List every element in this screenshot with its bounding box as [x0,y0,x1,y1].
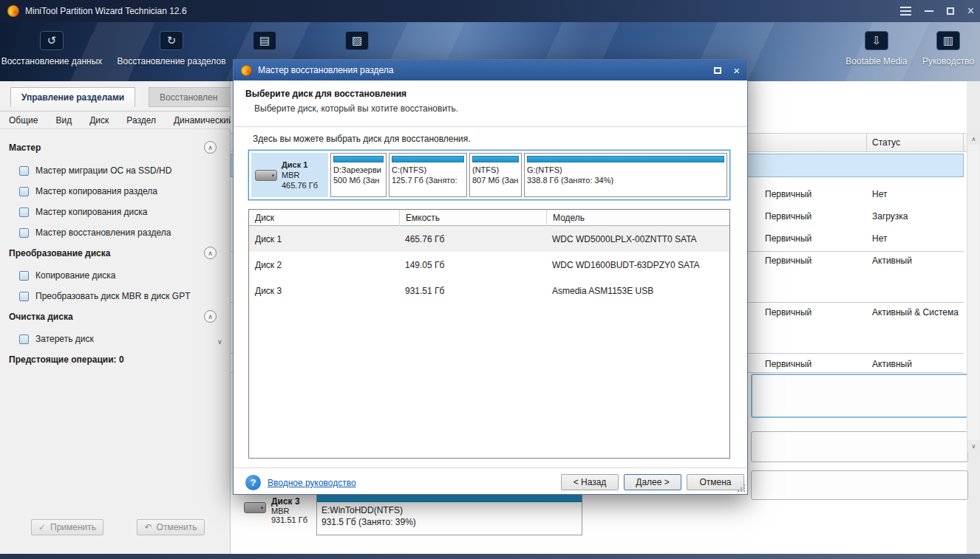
disk1-strip[interactable]: Диск 1 MBR 465.76 Гб D:Зарезерви 500 Мб … [248,150,730,200]
copy-partition-icon [19,187,29,196]
section-wipe-disk: Очистка диска [0,309,219,324]
dialog-header: Выберите диск для восстановления Выберит… [234,80,747,127]
partition-usage-bar [392,156,464,162]
migrate-os-icon [19,166,29,176]
menu-partition[interactable]: Раздел [118,115,165,126]
disk1-size: 465.76 Гб [282,180,318,191]
partition-d[interactable]: D:Зарезерви 500 Мб (Зан [330,153,387,197]
back-button[interactable]: < Назад [561,474,619,490]
menu-icon[interactable] [900,4,911,18]
cancel-button[interactable]: Отмена [687,474,744,490]
sidebar-item-wipe-disk[interactable]: Затереть диск [0,329,219,349]
column-disk[interactable]: Диск [249,210,399,226]
sidebar-item-migrate-os[interactable]: Мастер миграции ОС на SSD/HD [0,161,219,180]
window-title: MiniTool Partition Wizard Technician 12.… [25,6,187,16]
partition-box[interactable] [751,470,968,500]
dialog-instruction: Здесь вы можете выбрать диск для восстан… [253,134,471,144]
scroll-up-icon[interactable]: ∧ [967,133,980,145]
help-icon[interactable]: ? [245,475,261,490]
partition-type: Первичный [765,359,811,369]
partition-usage-bar [333,156,384,162]
disk-table-header: Диск Емкость Модель [249,210,729,226]
dialog-close-icon[interactable]: × [733,65,740,76]
guide-book-icon: ▥ [936,31,960,50]
toolbar-item-guide[interactable]: ▥ Руководство [893,31,980,66]
apply-button[interactable]: ✓ Применить [31,519,103,535]
partition-status: Активный [872,256,912,266]
menu-disk[interactable]: Диск [81,115,118,126]
partition-box[interactable] [751,431,968,462]
partition-c[interactable]: C:(NTFS) 125.7 Гб (Занято: [389,153,467,197]
partition-type: Первичный [765,307,811,318]
data-recovery-icon: ↺ [40,31,64,50]
scroll-down-icon[interactable]: ∨ [967,440,980,452]
partition-ntfs[interactable]: (NTFS) 807 Мб (Зан [469,153,522,197]
bootable-media-icon: ⇩ [865,31,888,50]
table-row-disk1[interactable]: Диск 1 465.76 Гб WDC WD5000LPLX-00ZNTT0 … [249,226,729,252]
dialog-heading: Выберите диск для восстановления [245,89,406,99]
partition-type: Первичный [765,189,811,199]
partition-status: Нет [872,233,887,244]
disk-table: Диск Емкость Модель Диск 1 465.76 Гб WDC… [248,209,730,459]
sidebar-item-copy-partition-wizard[interactable]: Мастер копирования раздела [0,182,219,201]
resize-grip[interactable] [737,484,746,493]
toolbar-item-data-recovery[interactable]: ↺ Восстановление данных [0,31,107,66]
check-icon: ✓ [38,522,46,532]
pending-operations-label: Предстоящие операции: 0 [9,354,124,365]
intro-guide-link[interactable]: Вводное руководство [268,478,356,488]
table-row-disk3[interactable]: Диск 3 931.51 Гб Asmedia ASM1153E USB [249,278,729,303]
partition-type: Первичный [765,233,811,244]
dialog-subheading: Выберите диск, который вы хотите восстан… [254,103,458,114]
left-panel: Управление разделами Восстановлен Общие … [0,81,231,559]
status-column-header: Статус [872,137,900,148]
undo-button[interactable]: ↶ Отменить [137,519,205,535]
sidebar-item-copy-disk-wizard[interactable]: Мастер копирования диска [0,202,219,222]
vertical-scrollbar[interactable]: ∧ ∨ [967,133,979,452]
dialog-maximize-icon[interactable] [714,67,721,74]
collapse-wizard-icon[interactable]: ∧ [204,141,217,154]
disk1-label-block[interactable]: Диск 1 MBR 465.76 Гб [251,153,328,197]
collapse-convert-icon[interactable]: ∧ [204,247,217,259]
disk3-name: Диск 3 [271,496,307,507]
close-icon[interactable]: × [967,5,974,17]
next-button[interactable]: Далее > [624,474,681,490]
toolbar-item-hidden-2[interactable]: ▨ [302,31,412,50]
partition-g[interactable]: G:(NTFS) 338.8 Гб (Занято: 34%) [524,153,727,197]
sidebar-item-copy-disk[interactable]: Копирование диска [0,266,219,285]
app-window: MiniTool Partition Wizard Technician 12.… [0,0,980,559]
column-model[interactable]: Модель [546,210,729,226]
collapse-wipe-icon[interactable]: ∧ [204,310,217,323]
titlebar: MiniTool Partition Wizard Technician 12.… [0,0,980,22]
sidebar-scroll-down-icon[interactable]: ∨ [217,338,222,346]
dialog-titlebar[interactable]: Мастер восстановления раздела × [234,60,747,80]
menu-view[interactable]: Вид [47,115,81,126]
disk-strip-box[interactable] [751,374,968,418]
dialog-logo-icon [241,65,252,76]
partition-recovery-small-icon [19,228,29,238]
partition-recovery-icon: ↻ [160,31,183,50]
disk3-partition-detail: 931.5 Гб (Занято: 39%) [317,515,582,527]
partition-status: Загрузка [872,211,908,222]
minimize-icon[interactable] [925,10,933,12]
table-row-disk2[interactable]: Диск 2 149.05 Гб WDC WD1600BUDT-63DPZY0 … [249,252,729,278]
sidebar-item-convert-mbr-gpt[interactable]: Преобразовать диск MBR в диск GPT [0,287,219,306]
sidebar-item-partition-recovery-wizard[interactable]: Мастер восстановления раздела [0,223,219,242]
disk3-partition-block[interactable]: E:WinToHDD(NTFS) 931.5 Гб (Занято: 39%) [316,490,582,535]
menu-dynamic-disk[interactable]: Динамический ди [165,115,231,126]
disk3-label-block[interactable]: Диск 3 MBR 931.51 Гб [244,496,318,524]
partition-status: Нет [872,189,887,199]
section-convert-disk: Преобразование диска [0,246,219,261]
convert-mbr-gpt-icon [19,292,29,301]
partition-status: Активный & Система [872,307,959,318]
menu-general[interactable]: Общие [0,115,47,126]
section-wizard: Мастер [0,140,219,155]
disk-drive-icon [255,170,277,181]
maximize-icon[interactable] [947,7,954,15]
copy-disk2-icon [19,271,29,281]
column-capacity[interactable]: Емкость [399,210,546,226]
wipe-disk-icon [19,335,29,344]
tab-partition-management[interactable]: Управление разделами [10,87,135,107]
disk3-size: 931.51 Гб [271,515,307,524]
disk-test-icon: ▤ [253,31,276,50]
dialog-title: Мастер восстановления раздела [258,65,393,75]
